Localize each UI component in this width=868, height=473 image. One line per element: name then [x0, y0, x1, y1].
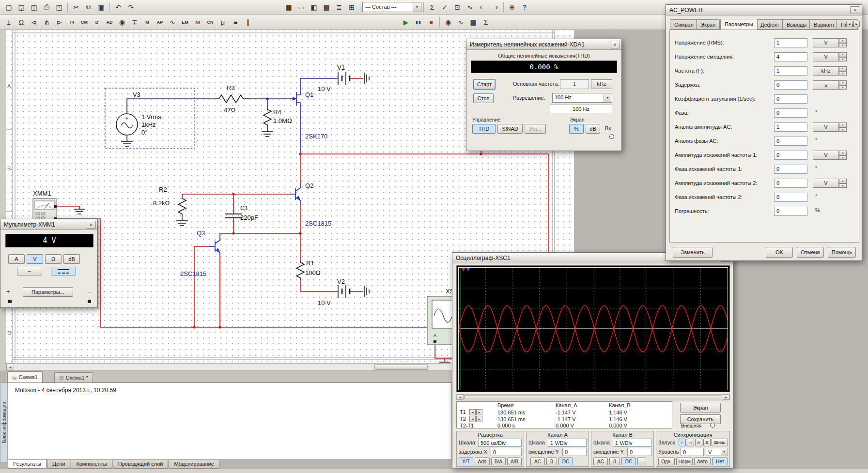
- paste-icon[interactable]: ▣: [95, 1, 107, 13]
- param-input[interactable]: 0: [774, 165, 807, 174]
- t1-left-arrow[interactable]: ◄: [469, 409, 476, 415]
- channel-a-dc-button[interactable]: DC: [558, 458, 573, 465]
- tab-results[interactable]: Результаты: [8, 460, 46, 469]
- start-button[interactable]: Старт: [473, 79, 496, 90]
- place-adv-peripherals-icon[interactable]: AP: [154, 16, 166, 28]
- r2-resistor[interactable]: [178, 197, 186, 216]
- tab-variant[interactable]: Вариант: [809, 19, 839, 30]
- ampere-mode-button[interactable]: A: [8, 254, 25, 264]
- spreadsheet-view-icon[interactable]: ▤: [321, 1, 332, 13]
- param-input[interactable]: 1: [774, 122, 807, 132]
- capture-area-icon[interactable]: ⊡: [451, 1, 463, 13]
- close-icon[interactable]: ×: [610, 41, 620, 48]
- ab-mode-button[interactable]: A/B: [507, 458, 522, 465]
- tab-defect[interactable]: Дефект: [756, 19, 784, 30]
- grapher2-icon[interactable]: ▦: [467, 16, 479, 28]
- trigger-level-input[interactable]: 0: [681, 448, 704, 456]
- help-button[interactable]: Помощь: [828, 247, 856, 258]
- tab-copper-layer[interactable]: Проводящий слой: [113, 460, 169, 469]
- place-connector-icon[interactable]: CN: [204, 16, 216, 28]
- db-button[interactable]: dB: [586, 124, 600, 134]
- tab-components[interactable]: Компоненты: [71, 460, 112, 469]
- ac-power-window[interactable]: AC_POWER × Символ Экран Параметры Дефект…: [666, 4, 862, 261]
- volt-mode-button[interactable]: V: [27, 254, 43, 264]
- resolution-list-item[interactable]: 100 Hz: [550, 105, 612, 113]
- t1-right-arrow[interactable]: ►: [476, 409, 482, 415]
- xmm1-window[interactable]: Мультиметр-XMM1 × 4 V A V Ω dB ~ + - Пар…: [0, 219, 98, 308]
- place-analog-icon[interactable]: ⊳: [53, 16, 65, 28]
- copy-icon[interactable]: ⧉: [83, 1, 94, 13]
- channel-b-zero-button[interactable]: 0: [609, 458, 620, 465]
- cancel-button[interactable]: Отмена: [797, 247, 824, 258]
- pause-simulation-icon[interactable]: ▮▮: [413, 16, 424, 28]
- trigger-falling-edge-button[interactable]: ¬: [687, 439, 694, 446]
- yt-mode-button[interactable]: Y/T: [459, 458, 473, 465]
- param-unit[interactable]: V: [813, 151, 839, 160]
- param-unit[interactable]: s: [813, 80, 839, 90]
- run-simulation-icon[interactable]: ▶: [400, 16, 412, 28]
- tab-pins[interactable]: Выводы: [782, 19, 811, 30]
- channel-b-ac-button[interactable]: AC: [593, 458, 608, 465]
- stop-simulation-icon[interactable]: ■: [425, 16, 437, 28]
- grapher-icon[interactable]: ∿: [464, 1, 476, 13]
- zoom-icon[interactable]: ⊕: [506, 1, 518, 13]
- channel-b-scale-input[interactable]: 1 V/Div: [613, 439, 651, 447]
- place-mixed-icon[interactable]: AD: [104, 16, 115, 28]
- place-indicator-icon[interactable]: ◉: [116, 16, 128, 28]
- channel-b-ypos-input[interactable]: 0: [627, 448, 651, 456]
- place-misc-digital-icon[interactable]: D: [91, 16, 103, 28]
- param-spinner[interactable]: ▲▼: [839, 80, 847, 90]
- param-input[interactable]: 0: [774, 193, 807, 202]
- trigger-level-unit-combo[interactable]: V ▼: [706, 448, 728, 456]
- tab-scroll-right-icon[interactable]: ►: [853, 21, 860, 27]
- scroll-right-icon[interactable]: ►: [723, 395, 729, 400]
- r3-resistor[interactable]: [217, 95, 250, 103]
- tab-symbol[interactable]: Символ: [670, 19, 698, 30]
- thd-mode-button[interactable]: THD: [472, 124, 496, 134]
- param-spinner[interactable]: ▲▼: [839, 66, 847, 76]
- q1-transistor[interactable]: [289, 92, 296, 106]
- param-spinner[interactable]: ▲▼: [839, 38, 847, 47]
- db-mode-button[interactable]: dB: [63, 254, 80, 264]
- param-input[interactable]: 4: [774, 52, 807, 61]
- timebase-xpos-input[interactable]: 0: [491, 448, 522, 456]
- scope-hscrollbar[interactable]: ◄ ►: [456, 394, 730, 400]
- place-source-icon[interactable]: ±: [3, 16, 15, 28]
- param-input[interactable]: 0: [774, 94, 807, 104]
- back-annotate-icon[interactable]: ⇐: [477, 1, 488, 13]
- design-toolbox-icon[interactable]: ◧: [308, 1, 320, 13]
- print-icon[interactable]: ⎙: [41, 1, 52, 13]
- scroll-left-icon[interactable]: ◄: [6, 364, 14, 370]
- cut-icon[interactable]: ✂: [70, 1, 82, 13]
- r1-resistor[interactable]: [296, 260, 304, 280]
- param-unit[interactable]: V: [813, 38, 839, 47]
- channel-a-scale-input[interactable]: 1 V/Div: [548, 439, 587, 447]
- close-icon[interactable]: ×: [86, 221, 96, 229]
- tab-screen[interactable]: Экран: [696, 19, 720, 30]
- place-cmos-icon[interactable]: CM: [78, 16, 90, 28]
- save-icon[interactable]: ◫: [28, 1, 40, 13]
- param-input[interactable]: 1: [774, 38, 807, 47]
- place-hierarchical-icon[interactable]: ≡: [230, 16, 241, 28]
- channel-a-ypos-input[interactable]: 0: [562, 448, 587, 456]
- place-ni-icon[interactable]: NI: [192, 16, 203, 28]
- channel-b-invert-button[interactable]: -: [637, 458, 646, 465]
- analyses-icon[interactable]: ∿: [455, 16, 466, 28]
- add-mode-button[interactable]: Add: [475, 458, 490, 465]
- q3-transistor[interactable]: [208, 236, 220, 256]
- print-preview-icon[interactable]: ◰: [53, 1, 65, 13]
- create-component-icon[interactable]: ⊞: [346, 1, 357, 13]
- save-button[interactable]: Сохранить: [680, 414, 721, 424]
- scroll-thumb[interactable]: [374, 364, 428, 370]
- stop-button[interactable]: Стоп: [473, 93, 494, 103]
- param-input[interactable]: 0: [774, 179, 807, 188]
- trigger-single-button[interactable]: Одн.: [658, 458, 675, 465]
- sinad-mode-button[interactable]: SINAD: [497, 124, 523, 134]
- in-use-list-combo[interactable]: --- Состав --- ▼: [362, 2, 421, 12]
- param-input[interactable]: 0: [774, 108, 807, 118]
- timebase-scale-input[interactable]: 500 us/Div: [478, 439, 522, 447]
- param-spinner[interactable]: ▲▼: [839, 179, 847, 188]
- close-icon[interactable]: ×: [850, 6, 860, 14]
- percent-button[interactable]: %: [569, 124, 584, 134]
- open-file-icon[interactable]: ◱: [16, 1, 27, 13]
